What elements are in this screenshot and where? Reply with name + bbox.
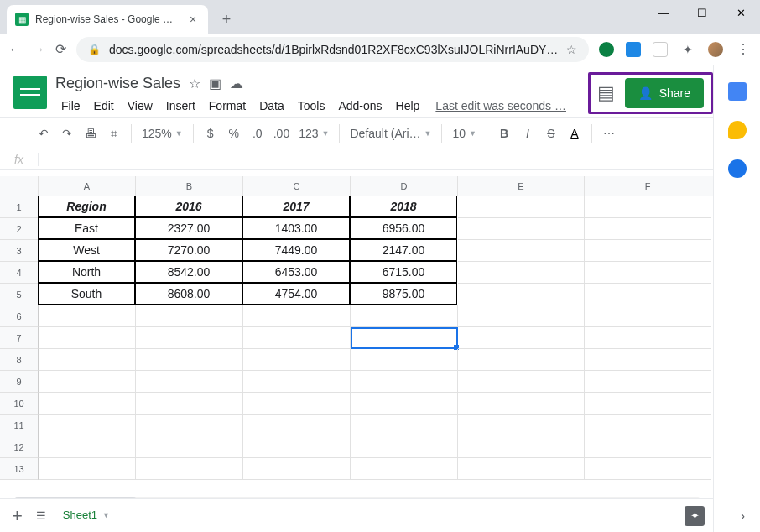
menu-tools[interactable]: Tools [292, 96, 331, 116]
cell[interactable] [458, 305, 585, 327]
cell[interactable] [351, 458, 458, 480]
extensions-icon[interactable]: ✦ [679, 41, 696, 58]
cell[interactable] [39, 327, 136, 349]
cell[interactable] [458, 393, 585, 415]
strike-icon[interactable]: S [541, 123, 561, 144]
keep-icon[interactable] [728, 121, 747, 139]
cell[interactable]: 2017 [242, 196, 350, 217]
cell[interactable] [351, 393, 458, 415]
font-dropdown[interactable]: Default (Ari…▼ [346, 127, 435, 140]
cell[interactable]: 6956.00 [350, 217, 457, 239]
cell[interactable] [136, 458, 243, 480]
column-header[interactable]: E [458, 176, 585, 196]
row-header[interactable]: 5 [0, 284, 39, 305]
currency-icon[interactable]: $ [200, 123, 221, 144]
minimize-icon[interactable]: ― [644, 0, 683, 25]
ext-grammarly-icon[interactable] [599, 42, 614, 57]
cell[interactable] [585, 196, 711, 218]
cell[interactable]: 9875.00 [350, 283, 457, 305]
cell[interactable] [458, 196, 585, 218]
row-header[interactable]: 7 [0, 327, 39, 349]
ext-blue-icon[interactable] [626, 42, 641, 57]
sheet-menu-icon[interactable]: ▼ [102, 511, 110, 519]
last-edit-link[interactable]: Last edit was seconds … [435, 99, 566, 112]
explore-icon[interactable]: ✦ [685, 506, 705, 526]
cell[interactable] [585, 327, 711, 349]
menu-edit[interactable]: Edit [88, 96, 120, 116]
cell[interactable] [351, 327, 458, 349]
cell[interactable] [458, 240, 585, 262]
cell[interactable] [243, 436, 351, 458]
zoom-dropdown[interactable]: 125%▼ [138, 127, 186, 140]
cell[interactable]: 6715.00 [350, 261, 457, 283]
font-size-dropdown[interactable]: 10▼ [449, 127, 480, 140]
reload-icon[interactable]: ⟳ [55, 41, 66, 58]
cell[interactable]: 4754.00 [242, 283, 350, 305]
cell[interactable] [136, 305, 243, 327]
calendar-icon[interactable] [728, 82, 747, 101]
paint-format-icon[interactable]: ⌗ [104, 123, 124, 144]
cell[interactable] [243, 349, 351, 371]
more-tools-icon[interactable]: ⋯ [599, 123, 619, 144]
cell[interactable] [585, 218, 711, 240]
row-header[interactable]: 12 [0, 436, 39, 458]
cell[interactable] [458, 218, 585, 240]
sheets-logo-icon[interactable] [13, 76, 47, 109]
cell[interactable] [243, 371, 351, 393]
row-header[interactable]: 6 [0, 305, 39, 327]
row-header[interactable]: 13 [0, 458, 39, 480]
cell[interactable]: West [38, 239, 135, 261]
row-header[interactable]: 11 [0, 415, 39, 436]
cell[interactable]: North [38, 261, 135, 283]
side-panel-toggle-icon[interactable]: › [741, 509, 745, 524]
number-format-dropdown[interactable]: 123▼ [295, 127, 332, 140]
new-tab-button[interactable]: + [215, 8, 238, 31]
url-input[interactable]: 🔒 docs.google.com/spreadsheets/d/1Bpirlx… [76, 37, 589, 62]
cell[interactable] [585, 371, 711, 393]
row-header[interactable]: 10 [0, 393, 39, 415]
menu-file[interactable]: File [55, 96, 86, 116]
cell[interactable] [39, 458, 136, 480]
cell[interactable] [585, 436, 711, 458]
cell[interactable] [585, 240, 711, 262]
cell[interactable] [136, 371, 243, 393]
column-header[interactable]: F [585, 176, 711, 196]
formula-input[interactable] [39, 149, 760, 169]
sheet-tab[interactable]: Sheet1▼ [60, 503, 113, 528]
cell[interactable]: Region [38, 196, 135, 217]
cell[interactable] [585, 262, 711, 284]
cell[interactable] [458, 327, 585, 349]
cell[interactable] [243, 458, 351, 480]
spreadsheet-grid[interactable]: ABCDEF 1Region2016201720182East2327.0014… [0, 176, 713, 495]
cell[interactable] [243, 415, 351, 436]
cell[interactable] [585, 393, 711, 415]
share-button[interactable]: 👤 Share [625, 78, 704, 108]
row-header[interactable]: 1 [0, 196, 39, 218]
column-header[interactable]: D [351, 176, 458, 196]
star-doc-icon[interactable]: ☆ [189, 76, 200, 91]
back-icon[interactable]: ← [8, 41, 22, 58]
menu-view[interactable]: View [122, 96, 159, 116]
close-tab-icon[interactable]: × [186, 13, 200, 26]
cell[interactable] [351, 305, 458, 327]
cell[interactable] [39, 371, 136, 393]
cell[interactable] [458, 415, 585, 436]
all-sheets-icon[interactable]: ☰ [36, 509, 46, 522]
cell[interactable] [585, 349, 711, 371]
cell[interactable]: South [38, 283, 135, 305]
cell[interactable] [585, 458, 711, 480]
decrease-decimal-icon[interactable]: .0 [247, 123, 268, 144]
cell[interactable] [136, 415, 243, 436]
cell[interactable] [351, 436, 458, 458]
browser-tab[interactable]: ▦ Region-wise Sales - Google Shee × [7, 5, 208, 34]
print-icon[interactable]: 🖶 [81, 123, 101, 144]
column-header[interactable]: A [39, 176, 136, 196]
cell[interactable]: 8608.00 [135, 283, 242, 305]
cell[interactable] [585, 305, 711, 327]
row-header[interactable]: 2 [0, 218, 39, 240]
menu-format[interactable]: Format [203, 96, 252, 116]
column-header[interactable]: B [136, 176, 243, 196]
menu-data[interactable]: Data [253, 96, 290, 116]
profile-avatar-icon[interactable] [708, 42, 723, 57]
cell[interactable] [458, 436, 585, 458]
